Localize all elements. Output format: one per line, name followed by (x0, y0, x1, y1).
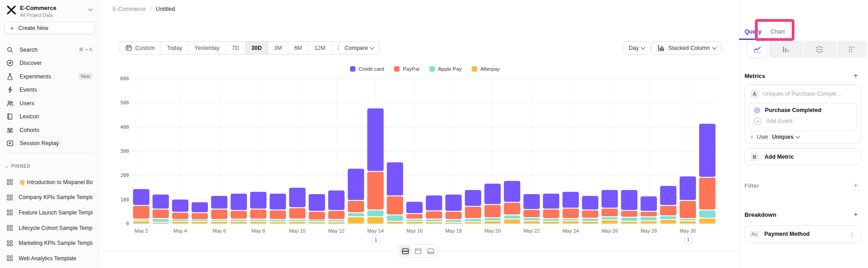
bar-segment-afterpay[interactable] (426, 222, 442, 224)
pinned-section-header[interactable]: PINNED (5, 164, 30, 169)
bar-segment-apple-pay[interactable] (309, 220, 325, 221)
bar-segment-paypal[interactable] (562, 209, 579, 218)
bar-segment-credit-card[interactable] (465, 190, 481, 206)
bar-may-21[interactable] (504, 0, 520, 224)
bar-may-13[interactable] (348, 0, 364, 224)
bar-may-31[interactable] (699, 0, 715, 224)
create-new-button[interactable]: + Create New (4, 22, 95, 34)
bar-may-7[interactable] (231, 0, 247, 224)
bar-segment-paypal[interactable] (445, 212, 462, 219)
sidebar-item-lexicon[interactable]: Lexicon (3, 110, 96, 124)
bar-segment-apple-pay[interactable] (387, 215, 403, 221)
bar-segment-apple-pay[interactable] (641, 217, 657, 220)
bar-segment-paypal[interactable] (133, 206, 149, 219)
project-name[interactable]: E-Commerce (20, 5, 56, 11)
bar-may-20[interactable] (484, 0, 501, 224)
bar-segment-apple-pay[interactable] (465, 219, 481, 221)
annotation-count-badge[interactable]: 1 (372, 235, 380, 244)
bar-may-10[interactable] (289, 0, 306, 224)
bar-segment-credit-card[interactable] (172, 200, 188, 212)
bar-may-27[interactable] (621, 0, 637, 224)
add-metric-card[interactable]: B Add Metric (745, 148, 861, 165)
bar-segment-apple-pay[interactable] (406, 219, 423, 221)
bar-segment-paypal[interactable] (543, 210, 559, 218)
bar-segment-apple-pay[interactable] (602, 217, 618, 219)
tab-flow-icon[interactable] (815, 45, 824, 54)
bar-segment-paypal[interactable] (270, 210, 286, 219)
bar-may-24[interactable] (562, 0, 579, 224)
pinned-board-item[interactable]: 👋 Introduction to Mixpanel Bo (3, 175, 96, 190)
bar-segment-paypal[interactable] (621, 211, 637, 217)
bar-may-16[interactable] (406, 0, 423, 224)
bar-segment-credit-card[interactable] (543, 194, 559, 209)
bar-segment-afterpay[interactable] (484, 221, 501, 224)
bar-segment-afterpay[interactable] (406, 222, 423, 224)
add-breakdown-plus-button[interactable]: + (853, 211, 858, 218)
bar-segment-afterpay[interactable] (270, 222, 286, 224)
bar-segment-afterpay[interactable] (641, 221, 657, 224)
bar-segment-afterpay[interactable] (192, 222, 208, 224)
bar-segment-paypal[interactable] (309, 212, 325, 219)
pinned-board-item[interactable]: Marketing KPIs Sample Templat (3, 235, 96, 251)
bar-segment-credit-card[interactable] (680, 176, 696, 200)
tab-insights-line-icon[interactable] (747, 41, 767, 58)
bar-segment-afterpay[interactable] (133, 221, 149, 224)
bar-segment-credit-card[interactable] (660, 186, 676, 205)
bar-segment-afterpay[interactable] (387, 222, 403, 224)
bar-segment-paypal[interactable] (465, 207, 481, 218)
bar-segment-apple-pay[interactable] (621, 218, 637, 221)
bar-segment-credit-card[interactable] (192, 202, 208, 212)
bar-segment-afterpay[interactable] (680, 221, 696, 224)
annotation-count-badge[interactable]: 1 (684, 235, 692, 244)
bar-segment-paypal[interactable] (289, 208, 306, 219)
bar-segment-paypal[interactable] (406, 214, 423, 219)
bar-segment-apple-pay[interactable] (328, 220, 345, 221)
bar-segment-apple-pay[interactable] (523, 218, 540, 220)
bar-segment-apple-pay[interactable] (348, 213, 364, 216)
bar-segment-afterpay[interactable] (289, 222, 306, 224)
add-event-row[interactable]: + Add Event (754, 117, 857, 125)
bar-segment-credit-card[interactable] (270, 194, 286, 210)
sidebar-item-discover[interactable]: Discover (3, 57, 96, 70)
agg-entity[interactable]: User (757, 134, 768, 140)
bar-segment-apple-pay[interactable] (543, 219, 559, 220)
bar-segment-credit-card[interactable] (582, 196, 598, 210)
bar-segment-afterpay[interactable] (153, 223, 169, 224)
bar-segment-credit-card[interactable] (309, 194, 325, 211)
pinned-board-item[interactable]: Lifecycle Cohort Sample Temp (3, 220, 96, 236)
bar-may-19[interactable] (465, 0, 481, 224)
bar-segment-paypal[interactable] (153, 210, 169, 218)
bar-segment-paypal[interactable] (523, 210, 540, 217)
bar-segment-apple-pay[interactable] (426, 219, 442, 221)
layout-chart-only-button[interactable] (412, 246, 424, 256)
bar-segment-apple-pay[interactable] (367, 210, 384, 216)
bar-may-12[interactable] (328, 0, 345, 224)
add-metric-plus-button[interactable]: + (853, 73, 858, 79)
bar-segment-afterpay[interactable] (621, 222, 637, 224)
bar-segment-afterpay[interactable] (172, 222, 188, 224)
layout-table-only-button[interactable] (425, 246, 437, 256)
bar-segment-credit-card[interactable] (231, 194, 247, 210)
bar-segment-credit-card[interactable] (348, 169, 364, 200)
bar-segment-apple-pay[interactable] (582, 219, 598, 221)
sidebar-item-search[interactable]: Search⌘ + K (3, 43, 96, 57)
bar-may-3[interactable] (153, 0, 169, 224)
bar-may-22[interactable] (523, 0, 540, 224)
bar-segment-apple-pay[interactable] (699, 210, 715, 218)
tab-funnel-bars-icon[interactable] (782, 45, 790, 54)
agg-type-dropdown[interactable]: Uniques (772, 134, 799, 140)
bar-segment-credit-card[interactable] (621, 190, 637, 210)
bar-segment-afterpay[interactable] (465, 222, 481, 224)
kebab-menu-icon[interactable]: ⋮ (849, 231, 855, 238)
bar-segment-afterpay[interactable] (250, 222, 266, 224)
metric-name-placeholder[interactable]: Uniques of Purchase Comple... (763, 91, 841, 97)
bar-segment-credit-card[interactable] (328, 190, 345, 210)
bar-segment-credit-card[interactable] (133, 189, 149, 205)
bar-segment-paypal[interactable] (211, 210, 227, 219)
bar-segment-apple-pay[interactable] (231, 219, 247, 221)
bar-segment-afterpay[interactable] (523, 221, 540, 224)
bar-segment-afterpay[interactable] (660, 220, 676, 224)
bar-segment-apple-pay[interactable] (270, 220, 286, 221)
bar-segment-afterpay[interactable] (309, 222, 325, 224)
bar-may-26[interactable] (602, 0, 618, 224)
